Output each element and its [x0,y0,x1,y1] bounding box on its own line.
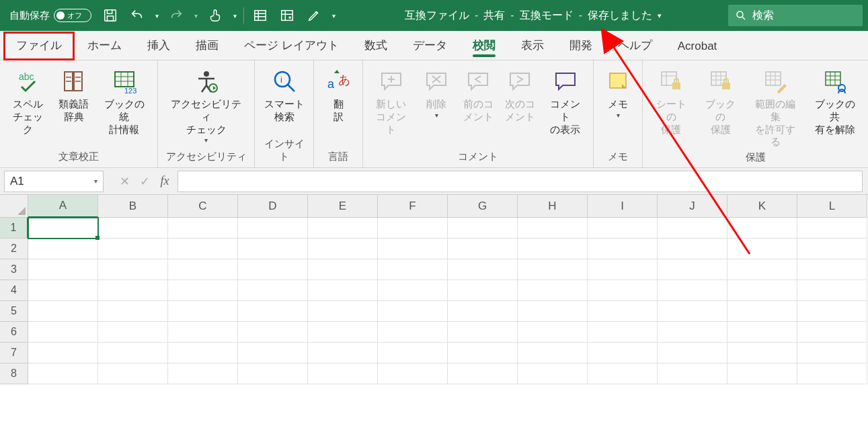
cell[interactable] [238,343,308,363]
cell[interactable] [98,239,168,259]
cell[interactable] [727,280,797,301]
unshare-workbook-button[interactable]: ブックの共 有を解除 [805,63,864,136]
cell[interactable] [588,218,658,239]
show-comments-button[interactable]: コメント の表示 [541,63,589,136]
name-box[interactable]: A1 ▾ [4,171,104,192]
cell[interactable] [308,363,378,384]
cell[interactable] [588,280,658,301]
save-status[interactable]: 保存しました [588,9,652,23]
tab-developer[interactable]: 開発 [557,32,604,60]
cell[interactable] [28,363,98,384]
cell[interactable] [168,343,238,363]
cell[interactable] [378,239,448,259]
cell[interactable] [797,218,867,239]
row-header[interactable]: 1 [0,218,28,239]
cell[interactable] [588,363,658,384]
tab-insert[interactable]: 挿入 [135,32,182,60]
column-header[interactable]: A [28,195,98,218]
insert-function-button[interactable]: fx [155,174,175,188]
row-header[interactable]: 6 [0,322,28,343]
ink-button[interactable] [302,3,326,28]
tab-home[interactable]: ホーム [75,32,134,60]
cell[interactable] [28,343,98,363]
accessibility-check-button[interactable]: アクセシビリティ チェック ▾ [162,63,250,144]
cell[interactable] [448,239,518,259]
translate-button[interactable]: aあ 翻 訳 [318,63,358,124]
cell[interactable] [308,301,378,322]
cell[interactable] [658,301,727,322]
cell[interactable] [168,259,238,280]
cell[interactable] [727,301,797,322]
cell[interactable] [727,363,797,384]
cell[interactable] [518,239,588,259]
cell[interactable] [378,322,448,343]
cell[interactable] [797,363,867,384]
cell[interactable] [238,301,308,322]
cell[interactable] [28,280,98,301]
search-box[interactable]: 検索 [728,5,863,26]
row-header[interactable]: 3 [0,259,28,280]
tab-draw[interactable]: 描画 [184,32,231,60]
row-header[interactable]: 2 [0,239,28,259]
cell[interactable] [238,322,308,343]
spelling-button[interactable]: abc スペル チェック [4,63,52,136]
cell[interactable] [518,218,588,239]
cell[interactable] [168,239,238,259]
column-header[interactable]: I [588,195,658,218]
formula-input[interactable] [177,171,863,192]
cell[interactable] [168,322,238,343]
column-header[interactable]: E [308,195,378,218]
cell[interactable] [588,322,658,343]
touch-mode-button[interactable] [203,3,227,28]
undo-dropdown[interactable]: ▾ [152,12,161,19]
save-status-dropdown[interactable]: ▾ [658,11,662,20]
cell[interactable] [238,280,308,301]
smart-lookup-button[interactable]: i スマート 検索 [260,63,309,124]
column-header[interactable]: F [378,195,448,218]
cell[interactable] [168,218,238,239]
tab-formulas[interactable]: 数式 [352,32,399,60]
cell[interactable] [727,218,797,239]
cell[interactable] [98,301,168,322]
chevron-down-icon[interactable]: ▾ [94,177,97,185]
autosave-control[interactable]: 自動保存 オフ [5,9,95,22]
cell[interactable] [797,259,867,280]
cell[interactable] [238,259,308,280]
cell[interactable] [727,239,797,259]
cell[interactable] [378,301,448,322]
cell[interactable] [378,363,448,384]
column-header[interactable]: C [168,195,238,218]
cell[interactable] [308,239,378,259]
cell[interactable] [308,218,378,239]
column-header[interactable]: J [658,195,727,218]
column-header[interactable]: L [797,195,867,218]
cell[interactable] [448,280,518,301]
touch-dropdown[interactable]: ▾ [230,12,239,19]
cell[interactable] [727,322,797,343]
column-header[interactable]: K [727,195,797,218]
tab-data[interactable]: データ [401,32,459,60]
cell[interactable] [658,343,727,363]
share-status[interactable]: 共有 [483,9,505,23]
cell[interactable] [797,343,867,363]
cell[interactable] [658,363,727,384]
cell[interactable] [308,343,378,363]
column-header[interactable]: B [98,195,168,218]
tab-help[interactable]: ヘルプ [606,32,664,60]
cell[interactable] [448,363,518,384]
cell[interactable] [448,322,518,343]
cell[interactable] [28,259,98,280]
undo-button[interactable] [125,3,149,28]
pivot-button[interactable] [275,3,299,28]
cell[interactable] [518,363,588,384]
redo-dropdown[interactable]: ▾ [191,12,200,19]
cell[interactable] [448,259,518,280]
tab-acrobat[interactable]: Acrobat [666,34,729,60]
cell[interactable] [28,322,98,343]
cell[interactable] [98,280,168,301]
tab-file[interactable]: ファイル [4,32,74,60]
document-name[interactable]: 互換ファイル [405,9,469,23]
row-header[interactable]: 7 [0,343,28,363]
cell[interactable] [797,301,867,322]
cell[interactable] [448,343,518,363]
